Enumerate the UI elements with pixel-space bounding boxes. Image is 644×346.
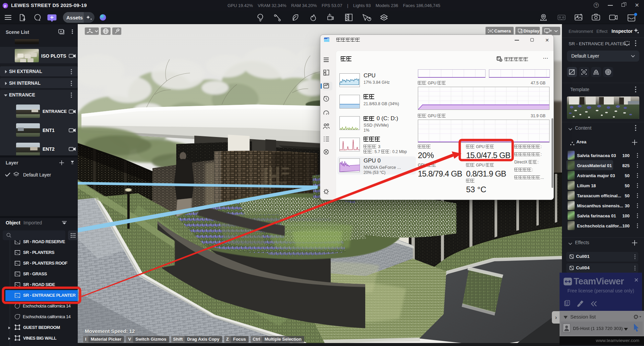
svg-text:Assets: Assets [66, 15, 83, 20]
